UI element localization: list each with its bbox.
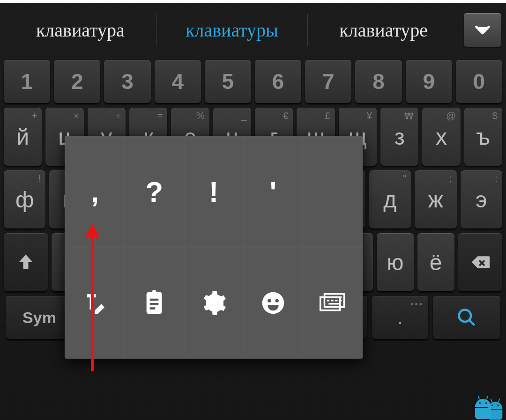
popup-blank bbox=[303, 137, 362, 247]
key-8[interactable]: 8 bbox=[355, 60, 402, 103]
key-letter[interactable]: :э bbox=[461, 170, 502, 228]
key-letter[interactable]: ё bbox=[417, 233, 454, 291]
svg-point-2 bbox=[275, 299, 278, 302]
popup-apostrophe[interactable]: ' bbox=[244, 137, 302, 247]
shift-key[interactable] bbox=[4, 233, 48, 291]
svg-rect-7 bbox=[335, 296, 337, 298]
search-icon bbox=[456, 307, 477, 328]
suggestion-bar: клавиатура клавиатуры клавиатуре bbox=[0, 3, 506, 57]
svg-rect-11 bbox=[335, 300, 337, 302]
more-dots-icon: ••• bbox=[410, 300, 424, 309]
key-letter[interactable]: $ъ bbox=[464, 108, 502, 166]
key-5[interactable]: 5 bbox=[205, 60, 251, 103]
period-key[interactable]: ••• . bbox=[372, 296, 428, 339]
key-4[interactable]: 4 bbox=[155, 60, 201, 103]
key-alt-label: = bbox=[157, 111, 163, 121]
key-letter[interactable]: @х bbox=[422, 108, 460, 166]
popup-emoji[interactable] bbox=[244, 248, 302, 358]
key-alt-label: ; bbox=[449, 173, 452, 184]
key-alt-label: £ bbox=[325, 111, 330, 121]
gear-icon bbox=[201, 290, 227, 316]
key-3[interactable]: 3 bbox=[104, 60, 150, 103]
backspace-icon bbox=[470, 252, 491, 273]
key-alt-label: ÷ bbox=[116, 111, 121, 121]
emoji-icon bbox=[260, 290, 286, 316]
svg-rect-12 bbox=[339, 300, 342, 302]
annotation-arrow bbox=[91, 225, 94, 371]
key-letter[interactable]: "д bbox=[369, 170, 411, 228]
key-alt-label: _ bbox=[241, 111, 246, 121]
popup-keyboard-layout[interactable] bbox=[303, 248, 362, 358]
key-7[interactable]: 7 bbox=[305, 60, 351, 103]
key-letter[interactable]: ;ж bbox=[415, 170, 456, 228]
suggestion-center[interactable]: клавиатуры bbox=[156, 19, 308, 41]
key-9[interactable]: 9 bbox=[406, 60, 452, 103]
key-alt-label: × bbox=[74, 111, 79, 121]
svg-rect-6 bbox=[331, 296, 333, 298]
key-letter[interactable]: ю bbox=[377, 233, 414, 291]
popup-question[interactable]: ? bbox=[125, 137, 184, 247]
key-0[interactable]: 0 bbox=[456, 60, 502, 103]
svg-point-1 bbox=[268, 299, 271, 302]
svg-rect-13 bbox=[328, 303, 340, 305]
svg-rect-10 bbox=[331, 300, 333, 302]
key-alt-label: : bbox=[495, 173, 498, 184]
key-alt-label: € bbox=[283, 111, 288, 121]
key-alt-label: ₩ bbox=[404, 111, 414, 122]
key-6[interactable]: 6 bbox=[255, 60, 301, 103]
key-letter[interactable]: !ф bbox=[4, 170, 45, 228]
key-1[interactable]: 1 bbox=[4, 60, 50, 103]
longpress-popup: , ? ! ' bbox=[65, 136, 363, 359]
search-key[interactable] bbox=[433, 296, 500, 339]
popup-text-edit[interactable] bbox=[66, 248, 124, 358]
key-alt-label: @ bbox=[446, 111, 455, 121]
key-2[interactable]: 2 bbox=[54, 60, 100, 103]
number-row: 1 2 3 4 5 6 7 8 9 0 bbox=[4, 60, 502, 103]
key-alt-label: ! bbox=[38, 173, 41, 184]
svg-rect-8 bbox=[339, 296, 342, 298]
key-letter[interactable]: ₩з bbox=[380, 108, 418, 166]
clipboard-icon bbox=[141, 290, 167, 316]
expand-suggestions-button[interactable] bbox=[464, 13, 501, 47]
svg-rect-5 bbox=[327, 296, 329, 298]
text-edit-icon bbox=[82, 290, 108, 316]
popup-exclaim[interactable]: ! bbox=[185, 137, 243, 247]
symbols-key[interactable]: Sym bbox=[6, 296, 73, 339]
key-letter[interactable]: +й bbox=[4, 108, 42, 166]
svg-rect-9 bbox=[327, 300, 329, 302]
backspace-key[interactable] bbox=[458, 233, 502, 291]
shift-icon bbox=[15, 252, 36, 273]
key-alt-label: " bbox=[403, 173, 406, 184]
key-alt-label: + bbox=[32, 111, 37, 121]
suggestion-left[interactable]: клавиатура bbox=[5, 19, 156, 41]
key-alt-label: $ bbox=[492, 111, 498, 121]
popup-clipboard[interactable] bbox=[125, 248, 184, 358]
keyboard-icon bbox=[320, 290, 346, 316]
android-mascot-watermark bbox=[474, 399, 504, 419]
chevron-down-icon bbox=[473, 21, 492, 39]
key-alt-label: ¥ bbox=[367, 111, 372, 121]
key-alt-label: % bbox=[196, 111, 205, 121]
suggestion-right[interactable]: клавиатуре bbox=[308, 19, 459, 41]
popup-settings[interactable] bbox=[185, 248, 243, 358]
